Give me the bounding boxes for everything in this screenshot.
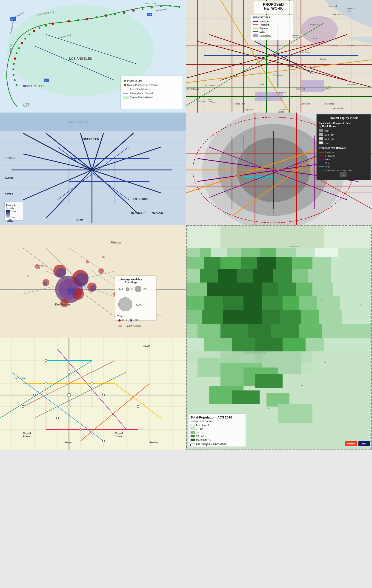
svg-rect-364 bbox=[296, 248, 315, 257]
svg-text:Kirkwood: Kirkwood bbox=[296, 88, 305, 90]
svg-point-512 bbox=[137, 405, 139, 408]
svg-text:Maplewood: Maplewood bbox=[347, 83, 356, 85]
svg-text:10: 10 bbox=[131, 288, 133, 291]
transit-equity-svg: Transit Equity Index Equity Index Compos… bbox=[186, 113, 372, 225]
svg-point-508 bbox=[68, 371, 70, 373]
svg-point-509 bbox=[33, 394, 36, 396]
svg-rect-361 bbox=[241, 248, 260, 257]
svg-text:MENDON: MENDON bbox=[152, 211, 163, 214]
svg-text:Quarter Mile Walkshed: Quarter Mile Walkshed bbox=[130, 96, 153, 99]
svg-text:Groves: Groves bbox=[324, 88, 331, 90]
svg-text:Manchester: Manchester bbox=[276, 91, 286, 94]
svg-text:Community: Community bbox=[260, 35, 271, 37]
svg-rect-414 bbox=[220, 324, 248, 338]
rochester-svg: Lake Ontario bbox=[0, 113, 186, 225]
svg-text:St. Ann: St. Ann bbox=[312, 37, 319, 40]
svg-rect-430 bbox=[232, 390, 260, 404]
svg-rect-278 bbox=[0, 225, 186, 338]
svg-rect-357 bbox=[186, 248, 200, 257]
svg-rect-400 bbox=[299, 296, 317, 310]
svg-text:Low: Low bbox=[324, 142, 329, 145]
svg-point-507 bbox=[68, 405, 70, 408]
svg-rect-358 bbox=[200, 248, 211, 257]
svg-rect-375 bbox=[331, 257, 372, 269]
svg-text:Century: Century bbox=[23, 103, 30, 105]
svg-text:Fresno: Fresno bbox=[23, 435, 32, 438]
svg-point-30 bbox=[60, 21, 62, 23]
svg-text:Reedley: Reedley bbox=[149, 441, 158, 444]
svg-text:PITTSFORD: PITTSFORD bbox=[133, 198, 148, 200]
svg-text:Boardings: Boardings bbox=[125, 281, 137, 284]
svg-rect-385 bbox=[186, 283, 207, 296]
svg-point-28 bbox=[77, 19, 79, 21]
svg-text:Express: Express bbox=[260, 27, 268, 30]
svg-text:City of: City of bbox=[115, 432, 123, 435]
svg-point-517 bbox=[45, 359, 47, 362]
svg-rect-428 bbox=[255, 374, 283, 388]
svg-text:Proposed VIA Network: Proposed VIA Network bbox=[319, 147, 346, 149]
svg-text:Stop(s) Proposed for Removal: Stop(s) Proposed for Removal bbox=[127, 84, 158, 86]
svg-rect-374 bbox=[312, 257, 331, 269]
svg-rect-362 bbox=[260, 248, 276, 257]
svg-rect-403 bbox=[186, 310, 202, 324]
svg-point-36 bbox=[24, 38, 26, 40]
svg-rect-415 bbox=[248, 324, 271, 338]
svg-rect-405 bbox=[223, 310, 241, 324]
svg-point-39 bbox=[16, 52, 17, 54]
svg-rect-255 bbox=[319, 129, 323, 132]
svg-point-71 bbox=[124, 80, 126, 82]
svg-rect-399 bbox=[283, 296, 299, 310]
svg-text:M Metro: M Metro bbox=[347, 443, 355, 445]
svg-point-42 bbox=[12, 68, 14, 70]
svg-point-315 bbox=[75, 273, 88, 287]
svg-rect-360 bbox=[227, 248, 241, 257]
svg-text:Blackjack: Blackjack bbox=[328, 5, 338, 7]
svg-rect-368 bbox=[204, 257, 220, 269]
svg-text:NETWORK: NETWORK bbox=[264, 6, 283, 10]
fresno-svg: Clovis Capavinha City of Clovis City of … bbox=[0, 338, 186, 450]
svg-text:Pleasant: Pleasant bbox=[37, 264, 47, 267]
svg-text:10: 10 bbox=[45, 79, 47, 82]
svg-text:Heights: Heights bbox=[292, 36, 298, 38]
svg-text:TMD: TMD bbox=[362, 443, 366, 445]
svg-point-33 bbox=[39, 27, 41, 29]
svg-text:Capavinha: Capavinha bbox=[14, 377, 25, 379]
svg-text:Persons per Acre: Persons per Acre bbox=[191, 420, 212, 423]
svg-text:Grantwood: Grantwood bbox=[278, 108, 288, 111]
svg-rect-394 bbox=[186, 296, 204, 310]
transit-equity-map: Transit Equity Index Equity Index Compos… bbox=[186, 113, 372, 225]
svg-text:NEW BALLWIN: NEW BALLWIN bbox=[186, 88, 199, 90]
svg-text:Creve Coeur: Creve Coeur bbox=[299, 51, 310, 53]
proposed-network-svg: PROPOSED NETWORK SERVICE TIERS MetroLink… bbox=[186, 0, 372, 113]
svg-rect-396 bbox=[223, 296, 243, 310]
svg-rect-359 bbox=[211, 248, 227, 257]
svg-point-35 bbox=[29, 33, 30, 35]
svg-point-18 bbox=[169, 5, 171, 7]
svg-rect-172 bbox=[0, 113, 186, 131]
svg-text:2015: 2015 bbox=[133, 319, 139, 322]
svg-text:Hill: Hill bbox=[37, 267, 40, 270]
svg-rect-401 bbox=[317, 296, 340, 310]
svg-rect-395 bbox=[204, 296, 223, 310]
la-population-svg: Foothill Fwy Ventura Fwy 210 118 605 5 7… bbox=[186, 225, 372, 450]
svg-point-333 bbox=[118, 297, 132, 311]
svg-rect-371 bbox=[257, 257, 276, 269]
svg-point-23 bbox=[123, 12, 125, 13]
svg-rect-121 bbox=[301, 80, 324, 92]
svg-text:Sappington: Sappington bbox=[243, 108, 254, 111]
svg-text:High: High bbox=[324, 130, 329, 132]
svg-text:Existing Metro Network: Existing Metro Network bbox=[130, 92, 153, 95]
svg-rect-402 bbox=[340, 296, 372, 310]
svg-rect-454 bbox=[191, 439, 195, 441]
svg-point-21 bbox=[142, 8, 143, 10]
svg-point-316 bbox=[56, 268, 66, 278]
svg-rect-380 bbox=[253, 269, 273, 283]
svg-rect-391 bbox=[296, 283, 312, 296]
proposed-network-map: PROPOSED NETWORK SERVICE TIERS MetroLink… bbox=[186, 0, 372, 113]
svg-text:Innovative Zone Study Areas: Innovative Zone Study Areas bbox=[325, 169, 352, 172]
svg-text:Hazelwood: Hazelwood bbox=[333, 13, 343, 15]
svg-text:Altoona: Altoona bbox=[110, 241, 121, 244]
svg-point-17 bbox=[178, 6, 180, 8]
svg-text:Average Weekday: Average Weekday bbox=[120, 278, 142, 281]
svg-rect-370 bbox=[241, 257, 257, 269]
